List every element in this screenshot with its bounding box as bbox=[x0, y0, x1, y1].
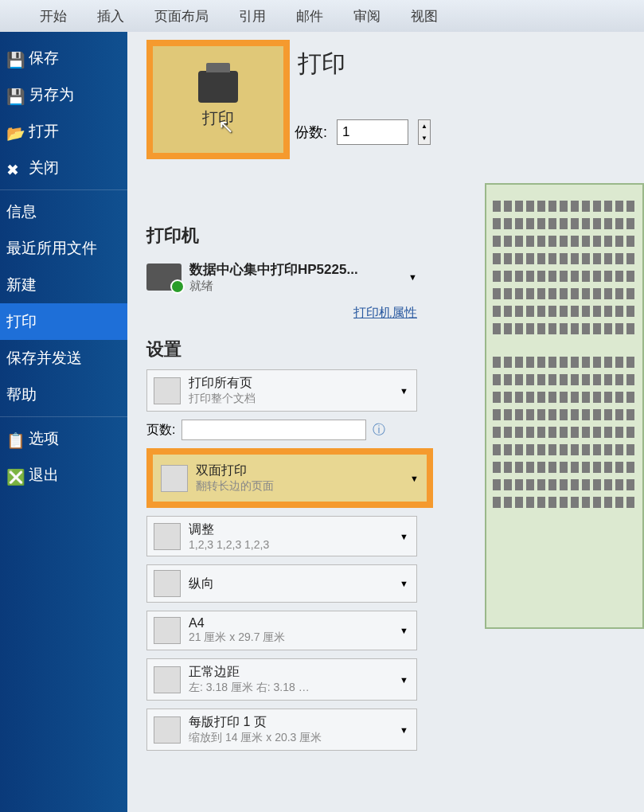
printer-icon bbox=[198, 71, 238, 103]
setting-paper-size[interactable]: A4 21 厘米 x 29.7 厘米 ▼ bbox=[146, 611, 417, 650]
sidebar-recent[interactable]: 最近所用文件 bbox=[0, 230, 127, 267]
tab-insert[interactable]: 插入 bbox=[97, 7, 124, 25]
save-icon: 💾 bbox=[6, 51, 21, 65]
sidebar-label: 新建 bbox=[6, 275, 37, 295]
chevron-down-icon: ▼ bbox=[400, 532, 408, 541]
tab-references[interactable]: 引用 bbox=[239, 7, 266, 25]
print-panel: 打印 打印 ↖ 份数: ▲▼ 打印机 ⓘ 数据中心集中打印HP5225... 就… bbox=[127, 32, 644, 812]
sidebar-label: 选项 bbox=[29, 428, 59, 449]
print-heading: 打印 bbox=[298, 48, 644, 80]
sidebar-close[interactable]: ✖关闭 bbox=[0, 150, 127, 186]
tab-home[interactable]: 开始 bbox=[40, 7, 67, 25]
margins-icon bbox=[154, 666, 181, 693]
sidebar-save[interactable]: 💾保存 bbox=[0, 40, 127, 76]
sidebar-save-send[interactable]: 保存并发送 bbox=[0, 340, 127, 377]
pages-input[interactable] bbox=[181, 420, 366, 440]
setting-sub: 21 厘米 x 29.7 厘米 bbox=[189, 630, 285, 645]
setting-pages-per-sheet[interactable]: 每版打印 1 页 缩放到 14 厘米 x 20.3 厘米 ▼ bbox=[146, 709, 417, 751]
setting-print-scope[interactable]: 打印所有页 打印整个文档 ▼ bbox=[146, 369, 417, 412]
setting-sub: 打印整个文档 bbox=[189, 392, 256, 406]
chevron-down-icon: ▼ bbox=[400, 386, 408, 396]
save-as-icon: 💾 bbox=[6, 88, 21, 102]
printer-selector[interactable]: 数据中心集中打印HP5225... 就绪 ▼ bbox=[146, 256, 417, 299]
sidebar-label: 保存 bbox=[29, 48, 59, 68]
sidebar-open[interactable]: 📂打开 bbox=[0, 113, 127, 150]
tab-mail[interactable]: 邮件 bbox=[296, 7, 323, 25]
setting-main: A4 bbox=[189, 616, 285, 630]
chevron-down-icon: ▼ bbox=[408, 272, 417, 282]
setting-main: 打印所有页 bbox=[189, 375, 256, 392]
open-icon: 📂 bbox=[6, 124, 21, 139]
setting-orientation[interactable]: 纵向 ▼ bbox=[146, 564, 417, 603]
paper-icon bbox=[154, 617, 181, 644]
pages-label: 页数: bbox=[146, 422, 175, 439]
duplex-icon bbox=[161, 465, 188, 492]
setting-main: 纵向 bbox=[189, 576, 214, 592]
tab-review[interactable]: 审阅 bbox=[353, 7, 381, 25]
cursor-icon: ↖ bbox=[218, 115, 234, 138]
close-icon: ✖ bbox=[6, 161, 21, 175]
sidebar-exit[interactable]: ❎退出 bbox=[0, 457, 127, 494]
setting-sub: 缩放到 14 厘米 x 20.3 厘米 bbox=[189, 731, 322, 745]
chevron-down-icon: ▼ bbox=[400, 579, 408, 588]
sidebar-label: 信息 bbox=[6, 201, 37, 222]
sidebar-print[interactable]: 打印 bbox=[0, 303, 127, 340]
sidebar-label: 帮助 bbox=[6, 385, 37, 405]
chevron-down-icon: ▼ bbox=[400, 725, 408, 735]
printer-properties-link[interactable]: 打印机属性 bbox=[353, 306, 417, 319]
sidebar-label: 关闭 bbox=[29, 158, 59, 178]
info-icon[interactable]: ⓘ bbox=[373, 422, 385, 439]
print-button[interactable]: 打印 ↖ bbox=[146, 40, 290, 159]
copies-label: 份数: bbox=[295, 123, 327, 142]
orientation-icon bbox=[154, 570, 181, 597]
setting-main: 每版打印 1 页 bbox=[189, 714, 322, 731]
sidebar-label: 最近所用文件 bbox=[6, 238, 97, 259]
print-button-highlight: 打印 ↖ bbox=[146, 40, 290, 159]
print-preview bbox=[485, 183, 644, 629]
sidebar-label: 打开 bbox=[29, 121, 59, 142]
ribbon-tabs: 开始 插入 页面布局 引用 邮件 审阅 视图 bbox=[0, 0, 644, 32]
chevron-down-icon: ▼ bbox=[400, 675, 408, 685]
sidebar-label: 保存并发送 bbox=[6, 348, 82, 369]
sidebar-new[interactable]: 新建 bbox=[0, 267, 127, 303]
setting-main: 正常边距 bbox=[189, 664, 310, 681]
sheet-icon bbox=[154, 716, 181, 744]
sidebar-save-as[interactable]: 💾另存为 bbox=[0, 76, 127, 113]
setting-duplex[interactable]: 双面打印 翻转长边的页面 ▼ bbox=[146, 448, 433, 508]
setting-sub: 1,2,3 1,2,3 1,2,3 bbox=[189, 538, 269, 551]
sidebar-label: 打印 bbox=[6, 311, 37, 332]
copies-spinner[interactable]: ▲▼ bbox=[418, 119, 431, 145]
setting-collate[interactable]: 调整 1,2,3 1,2,3 1,2,3 ▼ bbox=[146, 516, 417, 556]
copies-input[interactable] bbox=[337, 119, 408, 145]
setting-sub: 左: 3.18 厘米 右: 3.18 … bbox=[189, 681, 310, 695]
pages-icon bbox=[154, 377, 181, 404]
sidebar-info[interactable]: 信息 bbox=[0, 193, 127, 230]
sidebar-label: 退出 bbox=[29, 465, 59, 486]
options-icon: 📋 bbox=[6, 431, 21, 446]
tab-layout[interactable]: 页面布局 bbox=[154, 7, 209, 25]
sidebar-help[interactable]: 帮助 bbox=[0, 377, 127, 413]
chevron-down-icon: ▼ bbox=[410, 474, 419, 483]
file-sidebar: 💾保存 💾另存为 📂打开 ✖关闭 信息 最近所用文件 新建 打印 保存并发送 帮… bbox=[0, 32, 127, 812]
sidebar-options[interactable]: 📋选项 bbox=[0, 420, 127, 457]
setting-margins[interactable]: 正常边距 左: 3.18 厘米 右: 3.18 … ▼ bbox=[146, 658, 417, 701]
printer-status: 就绪 bbox=[189, 279, 358, 294]
printer-device-icon bbox=[146, 264, 181, 291]
setting-sub: 翻转长边的页面 bbox=[196, 479, 274, 494]
tab-view[interactable]: 视图 bbox=[411, 7, 438, 25]
sidebar-label: 另存为 bbox=[29, 84, 74, 105]
setting-main: 双面打印 bbox=[196, 463, 274, 479]
chevron-down-icon: ▼ bbox=[400, 626, 408, 635]
exit-icon: ❎ bbox=[6, 468, 21, 482]
collate-icon bbox=[154, 523, 181, 550]
printer-name: 数据中心集中打印HP5225... bbox=[189, 260, 358, 279]
setting-main: 调整 bbox=[189, 521, 269, 538]
